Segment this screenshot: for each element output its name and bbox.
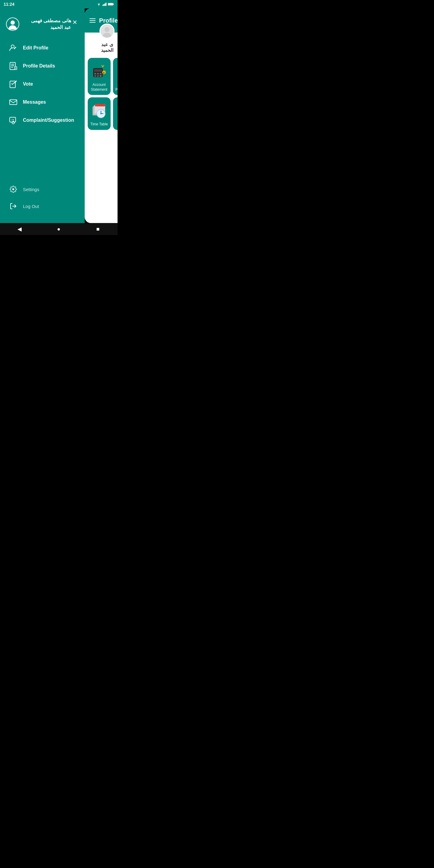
messages-icon <box>8 97 18 107</box>
menu-label-profile-details: Profile Details <box>23 63 55 69</box>
svg-rect-47 <box>95 104 105 106</box>
fourth-card-icon <box>116 102 118 119</box>
card-label-time-table: Time Table <box>90 122 108 127</box>
drawer: هانى مصطفى فهمى عبد الحميد ✕ Edit Profil… <box>0 8 85 223</box>
footer-label-settings: Settings <box>23 187 39 192</box>
complaint-icon: ? <box>8 116 18 125</box>
svg-point-25 <box>104 27 110 32</box>
close-button[interactable]: ✕ <box>71 18 79 27</box>
svg-rect-33 <box>100 75 101 76</box>
svg-rect-17 <box>10 100 17 104</box>
drawer-user-info: هانى مصطفى فهمى عبد الحميد <box>6 18 71 31</box>
svg-rect-15 <box>14 67 17 70</box>
main-container: هانى مصطفى فهمى عبد الحميد ✕ Edit Profil… <box>0 8 118 223</box>
settings-icon <box>8 184 18 194</box>
card-label-leave-permission: LeavePermission <box>116 83 118 92</box>
svg-point-23 <box>12 188 14 190</box>
status-time: 11:24 <box>4 2 14 7</box>
time-table-icon-area <box>90 101 108 120</box>
menu-item-messages[interactable]: Messages <box>6 94 79 110</box>
account-statement-icon-area: $ <box>90 62 108 80</box>
drawer-footer: Settings Log Out <box>6 181 79 217</box>
menu-label-vote: Vote <box>23 82 33 87</box>
footer-item-settings[interactable]: Settings <box>6 181 79 197</box>
profile-panel: Profile ى عبد الحميد <box>85 8 118 223</box>
svg-point-9 <box>10 21 15 25</box>
card-fourth[interactable]: Le... <box>113 97 118 130</box>
account-statement-icon: $ <box>91 63 107 80</box>
leave-permission-icon <box>116 63 118 80</box>
edit-profile-icon <box>8 43 18 53</box>
svg-point-0 <box>98 5 99 6</box>
fourth-card-icon-area <box>116 101 118 120</box>
svg-text:$: $ <box>103 71 104 74</box>
time-table-icon <box>91 102 107 119</box>
wifi-icon <box>96 2 101 6</box>
card-time-table[interactable]: Time Table <box>88 97 111 130</box>
svg-rect-27 <box>94 69 102 72</box>
svg-point-52 <box>100 113 101 114</box>
menu-item-vote[interactable]: Vote <box>6 76 79 92</box>
drawer-menu: Edit Profile Profile Details <box>6 40 79 181</box>
card-label-account-statement: AccountStatement <box>91 83 107 92</box>
cards-grid: $ AccountStatement <box>88 58 115 130</box>
svg-rect-7 <box>113 4 114 5</box>
nav-bar: ◀ ● ■ <box>0 223 118 235</box>
menu-label-edit-profile: Edit Profile <box>23 45 48 51</box>
drawer-header: هانى مصطفى فهمى عبد الحميد ✕ <box>6 14 79 31</box>
leave-permission-icon-area <box>116 62 118 80</box>
svg-rect-29 <box>97 73 99 74</box>
nav-recents-button[interactable]: ■ <box>92 223 104 235</box>
menu-item-edit-profile[interactable]: Edit Profile <box>6 40 79 56</box>
menu-item-complaint[interactable]: ? Complaint/Suggestion <box>6 113 79 128</box>
svg-rect-31 <box>94 75 96 76</box>
card-account-statement[interactable]: $ AccountStatement <box>88 58 111 95</box>
logout-icon <box>8 201 18 211</box>
profile-content: ى عبد الحميد <box>85 33 118 133</box>
profile-details-icon <box>8 61 18 71</box>
battery-icon <box>108 2 114 6</box>
svg-rect-28 <box>94 73 96 74</box>
svg-point-21 <box>13 121 13 121</box>
avatar-icon <box>6 18 19 31</box>
svg-text:?: ? <box>11 119 13 121</box>
vote-icon <box>8 79 18 89</box>
svg-point-10 <box>11 45 14 48</box>
signal-icon <box>102 2 107 6</box>
svg-rect-4 <box>106 2 107 6</box>
status-icons <box>96 2 114 6</box>
nav-home-button[interactable]: ● <box>53 223 65 235</box>
menu-label-messages: Messages <box>23 99 46 105</box>
svg-rect-2 <box>104 4 104 6</box>
user-name: هانى مصطفى فهمى عبد الحميد <box>23 18 71 31</box>
profile-header: Profile <box>85 8 118 33</box>
status-bar: 11:24 <box>0 0 118 8</box>
svg-rect-6 <box>108 3 113 5</box>
hamburger-icon[interactable] <box>90 19 96 23</box>
menu-label-complaint: Complaint/Suggestion <box>23 118 74 123</box>
svg-rect-32 <box>97 75 99 76</box>
card-leave-permission[interactable]: LeavePermission <box>113 58 118 95</box>
svg-rect-1 <box>102 4 103 6</box>
svg-rect-3 <box>104 3 105 6</box>
profile-avatar <box>99 24 115 38</box>
profile-title: Profile <box>99 17 118 24</box>
nav-back-button[interactable]: ◀ <box>13 223 26 235</box>
footer-item-logout[interactable]: Log Out <box>6 198 79 214</box>
profile-name: ى عبد الحميد <box>88 41 115 53</box>
svg-rect-30 <box>100 73 101 74</box>
menu-item-profile-details[interactable]: Profile Details <box>6 58 79 74</box>
footer-label-logout: Log Out <box>23 204 39 209</box>
